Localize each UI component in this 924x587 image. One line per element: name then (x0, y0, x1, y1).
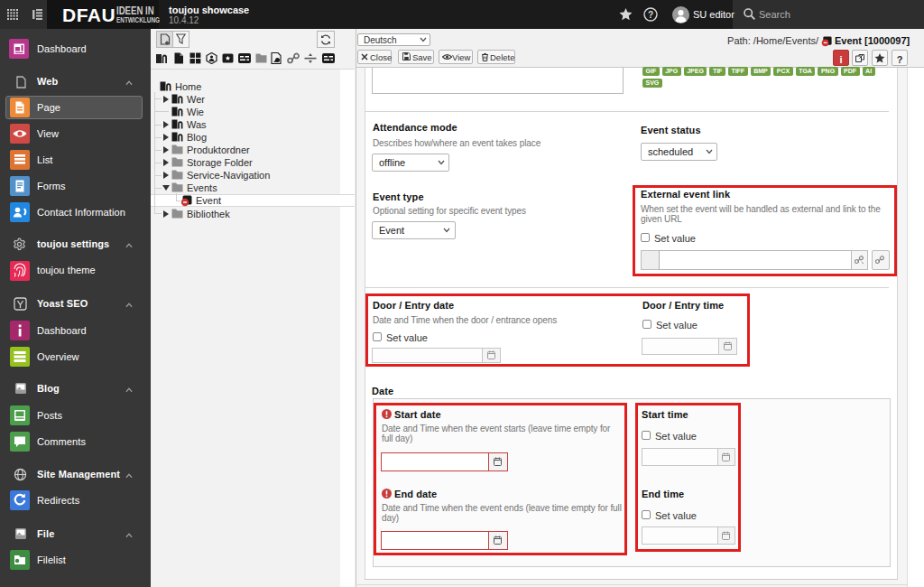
svg-text:?: ? (648, 10, 653, 20)
